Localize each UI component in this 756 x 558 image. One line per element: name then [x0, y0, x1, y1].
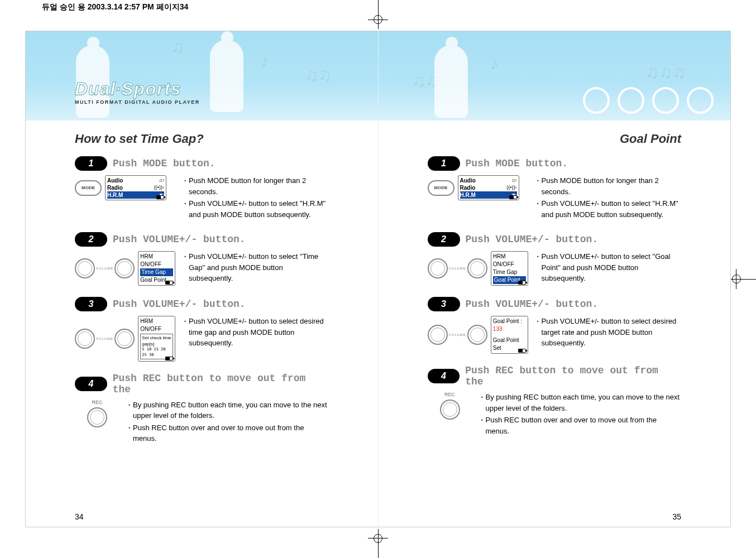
volume-control-icon: VOLUME: [428, 325, 487, 345]
mode-button-icon: MODE: [428, 180, 454, 196]
device-screen: HRM ON/OFF Time Gap Goal Point: [138, 251, 175, 286]
crop-mark: [727, 279, 756, 280]
bullet: By pushing REC button each time, you can…: [128, 400, 329, 421]
volume-control-icon: VOLUME: [75, 329, 135, 349]
music-note-icon: ♫♫: [305, 65, 332, 85]
step-badge: 3: [428, 297, 460, 311]
crop-mark: [732, 275, 741, 283]
banner: ♫♫ ♪ ♫♫♫: [379, 31, 731, 121]
crop-mark: [378, 0, 379, 29]
print-header: 듀얼 승인 용 2003.3.14 2:57 PM 페이지34: [42, 2, 188, 12]
step-badge: 1: [428, 156, 460, 171]
device-screen: HRM ON/OFF Set check time gap[s] 5 10 15…: [138, 316, 175, 362]
bullet: Push REC button over and over to move ou…: [481, 415, 682, 436]
step-3: 3 Push VOLUME+/- button. VOLUME Goal Poi…: [428, 297, 682, 354]
music-note-icon: ♫: [171, 37, 184, 57]
section-title: Goal Point: [428, 132, 682, 146]
menu-radio: Radio: [107, 184, 123, 191]
crop-mark: [374, 534, 382, 543]
music-icon: ♫›: [159, 177, 164, 184]
runner-icon: [434, 45, 468, 118]
bullet: Push VOLUME+/- button to select "Time Ga…: [184, 251, 329, 284]
menu-hrm-onoff: HRM ON/OFF: [493, 253, 526, 268]
step-badge: 3: [75, 297, 107, 311]
page-number: 35: [672, 512, 681, 521]
battery-icon: [518, 281, 526, 285]
crop-mark: [378, 529, 379, 558]
mode-button-icon: MODE: [75, 180, 102, 196]
step-badge: 1: [75, 156, 107, 171]
battery-icon: [509, 195, 517, 199]
page-spread: ♫ ♪ ♫♫ Dual·Sports MULTI FORMAT DIGITAL …: [25, 31, 731, 527]
device-screen: Audio♫› Radio((•))› H.R.M♥›: [105, 175, 166, 200]
bullet: Push MODE button for longer than 2 secon…: [537, 175, 682, 197]
step-title: Push VOLUME+/- button.: [466, 234, 599, 245]
step-title: Push REC button to move out from the: [465, 365, 681, 387]
menu-hrm-onoff: HRM ON/OFF: [140, 253, 173, 268]
timegap-popup: Set check time gap[s] 5 10 15 20 25 30: [140, 334, 173, 359]
step-badge: 2: [428, 232, 460, 247]
step-title: Push VOLUME+/- button.: [113, 299, 246, 310]
bullet: Push VOLUME+/- button to select desired …: [537, 316, 682, 349]
music-note-icon: ♫♫♫: [645, 62, 686, 83]
step-title: Push REC button to move out from the: [113, 373, 329, 395]
step-title: Push VOLUME+/- button.: [113, 234, 246, 245]
brand-subtitle: MULTI FORMAT DIGITAL AUDIO PLAYER: [75, 99, 200, 105]
volume-label: VOLUME: [449, 267, 466, 270]
step-title: Push MODE button.: [466, 158, 568, 169]
step-2: 2 Push VOLUME+/- button. VOLUME HRM ON/O…: [428, 232, 682, 286]
step-badge: 4: [428, 369, 460, 383]
step-1: 1 Push MODE button. MODE Audio♫› Radio((…: [75, 156, 329, 221]
volume-control-icon: VOLUME: [428, 258, 487, 278]
menu-radio: Radio: [460, 184, 476, 191]
crop-mark: [374, 15, 382, 24]
brand-logo: Dual·Sports MULTI FORMAT DIGITAL AUDIO P…: [75, 79, 200, 105]
device-screen: Audio♫› Radio((•))› H.R.M♥›: [458, 175, 519, 200]
bullet: Push VOLUME+/- button to select "Goal Po…: [537, 251, 682, 284]
step-badge: 2: [75, 232, 107, 247]
volume-control-icon: VOLUME: [75, 258, 135, 278]
battery-icon: [165, 357, 173, 360]
bullet: By pushing REC button each time, you can…: [481, 392, 682, 413]
page-number: 34: [75, 512, 84, 521]
radio-icon: ((•))›: [506, 185, 516, 191]
bullet: Push REC button over and over to move ou…: [128, 422, 329, 444]
device-screen: HRM ON/OFF Time Gap Goal Point: [491, 251, 528, 286]
rec-button-icon: [87, 407, 107, 427]
step-2: 2 Push VOLUME+/- button. VOLUME HRM ON/O…: [75, 232, 329, 286]
menu-audio: Audio: [107, 177, 123, 184]
step-title: Push VOLUME+/- button.: [466, 299, 599, 310]
menu-time-gap: Time Gap: [140, 268, 173, 276]
step-3: 3 Push VOLUME+/- button. VOLUME HRM ON/O…: [75, 297, 329, 362]
menu-hrm: H.R.M: [460, 191, 476, 199]
step-1: 1 Push MODE button. MODE Audio♫› Radio((…: [428, 156, 682, 221]
battery-icon: [165, 281, 173, 285]
battery-icon: [518, 349, 526, 353]
device-screen: Goal Point : 133 Goal Point Set: [491, 316, 528, 354]
step-4: 4 Push REC button to move out from the R…: [428, 365, 682, 437]
step-badge: 4: [75, 377, 107, 391]
bullet: Push MODE button for longer than 2 secon…: [184, 175, 329, 197]
banner: ♫ ♪ ♫♫ Dual·Sports MULTI FORMAT DIGITAL …: [26, 31, 378, 121]
volume-label: VOLUME: [96, 337, 113, 340]
section-title: How to set Time Gap?: [75, 132, 329, 146]
bullet: Push VOLUME+/- button to select desired …: [184, 316, 329, 349]
goal-point-line: Goal Point : 133: [493, 318, 526, 333]
brand-title: Dual·Sports: [75, 79, 200, 99]
bullet: Push VOLUME+/- button to select "H.R.M" …: [537, 198, 682, 220]
rec-label: REC: [92, 400, 102, 405]
radio-icon: ((•))›: [154, 185, 164, 191]
page-left: ♫ ♪ ♫♫ Dual·Sports MULTI FORMAT DIGITAL …: [26, 31, 379, 527]
menu-hrm-onoff: HRM ON/OFF: [140, 318, 173, 333]
volume-label: VOLUME: [96, 267, 113, 270]
volume-label: VOLUME: [449, 333, 466, 336]
step-title: Push MODE button.: [113, 158, 216, 169]
music-icon: ♫›: [511, 177, 517, 184]
rec-button-icon: [440, 400, 460, 420]
music-note-icon: ♪: [260, 51, 269, 71]
bullet: Push VOLUME+/- button to select "H.R.M" …: [184, 198, 329, 220]
music-note-icon: ♪: [490, 54, 499, 74]
menu-audio: Audio: [460, 177, 476, 184]
menu-hrm: H.R.M: [107, 191, 123, 199]
menu-time-gap: Time Gap: [493, 268, 526, 276]
